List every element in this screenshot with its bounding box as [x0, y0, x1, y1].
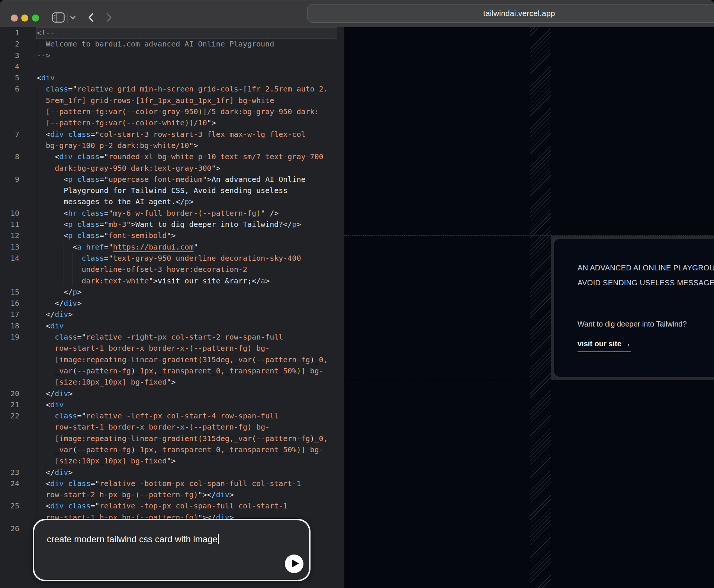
line-number: 19 — [0, 331, 19, 343]
line-number: 13 — [0, 241, 19, 253]
prompt-input[interactable]: create modern tailwind css card with ima… — [33, 519, 311, 581]
line-number: 26 — [0, 523, 19, 534]
code-line[interactable]: dark:bg-gray-950 dark:text-gray-300"> — [0, 163, 344, 174]
indent-guide — [37, 83, 46, 94]
indent-guide — [37, 444, 46, 455]
code-line[interactable]: 14class="text-gray-950 underline decorat… — [0, 253, 344, 264]
chevron-left-icon — [88, 13, 93, 23]
code-line[interactable]: [size:10px_10px] bg-fixed"> — [0, 455, 344, 466]
code-line[interactable]: 5<div — [0, 72, 344, 83]
code-line[interactable]: [--pattern-fg:var(--color-white)]/10"> — [0, 117, 344, 128]
sidebar-menu-chevron-button[interactable] — [70, 15, 76, 20]
code-line[interactable]: 25<div class="relative -top-px col-span-… — [0, 500, 344, 511]
preview-pane: AN ADVANCED AI ONLINE PLAYGROUND FOR TAI… — [344, 27, 714, 588]
indent-guide — [46, 264, 55, 275]
address-bar[interactable]: tailwindai.vercel.app — [307, 4, 714, 23]
indent-guide — [46, 163, 55, 174]
code-line[interactable]: 16</div> — [0, 298, 344, 309]
code-rows: 1<!--2Welcome to bardui.com advanced AI … — [0, 27, 344, 534]
back-button[interactable] — [87, 13, 95, 23]
line-number — [0, 343, 19, 354]
indent-guide — [37, 388, 46, 399]
code-editor[interactable]: 1<!--2Welcome to bardui.com advanced AI … — [0, 27, 344, 588]
code-line[interactable]: 23</div> — [0, 467, 344, 478]
indent-guide — [73, 264, 81, 275]
code-line[interactable]: [--pattern-fg:var(--color-gray-950)]/5 d… — [0, 106, 344, 117]
code-line[interactable]: Playground for Tailwind CSS, Avoid sendi… — [0, 185, 344, 196]
code-line[interactable]: 1<!-- — [0, 27, 344, 38]
code-line[interactable]: 12<p class="font-semibold"> — [0, 230, 344, 241]
code-line[interactable]: 18<div — [0, 320, 344, 331]
code-line[interactable]: 15</p> — [0, 286, 344, 298]
line-number: 1 — [0, 27, 19, 38]
line-number — [0, 455, 19, 466]
indent-guide — [37, 219, 46, 230]
close-window-button[interactable] — [11, 15, 18, 22]
card-frame: AN ADVANCED AI ONLINE PLAYGROUND FOR TAI… — [551, 236, 714, 380]
indent-guide — [37, 433, 46, 444]
indent-guide — [37, 208, 46, 219]
code-line[interactable]: 2Welcome to bardui.com advanced AI Onlin… — [0, 38, 344, 49]
indent-guide — [46, 208, 55, 219]
code-line[interactable]: 21<div — [0, 399, 344, 410]
code-line[interactable]: 19class="relative -right-px col-start-2 … — [0, 331, 344, 343]
card-heading-line1: AN ADVANCED AI ONLINE PLAYGROUND FOR TAI… — [578, 264, 714, 272]
indent-guide — [37, 399, 46, 410]
code-line[interactable]: [size:10px_10px] bg-fixed"> — [0, 376, 344, 388]
indent-guide — [46, 421, 55, 433]
indent-guide — [55, 253, 64, 264]
sidebar-icon — [52, 12, 65, 24]
code-line[interactable]: _var(--pattern-fg)_1px,_transparent_0,_t… — [0, 444, 344, 455]
card-heading-line2: AVOID SENDING USELESS MESSAGES TO THE AI… — [578, 279, 714, 287]
indent-guide — [55, 185, 64, 196]
code-line[interactable]: 5rem_1fr] grid-rows-[1fr_1px_auto_1px_1f… — [0, 95, 344, 106]
indent-guide — [46, 354, 55, 365]
submit-prompt-button[interactable] — [285, 555, 303, 573]
minimize-window-button[interactable] — [21, 15, 28, 22]
browser-toolbar: tailwindai.vercel.app — [0, 0, 714, 27]
indent-guide — [55, 275, 64, 286]
visit-site-link[interactable]: visit our site → — [578, 338, 631, 352]
indent-guide — [37, 455, 46, 466]
code-line[interactable]: 10<hr class="my-6 w-full border-(--patte… — [0, 208, 344, 219]
indent-guide — [73, 253, 81, 264]
sidebar-toggle-button[interactable] — [52, 12, 65, 23]
zoom-window-button[interactable] — [32, 15, 39, 22]
code-line[interactable]: 7<div class="col-start-3 row-start-3 fle… — [0, 129, 344, 140]
code-line[interactable]: 6class="relative grid min-h-screen grid-… — [0, 83, 344, 94]
code-line[interactable]: underline-offset-3 hover:decoration-2 — [0, 264, 344, 275]
indent-guide — [55, 230, 64, 241]
code-line[interactable]: 4 — [0, 61, 344, 72]
code-line[interactable]: bg-gray-100 p-2 dark:bg-white/10"> — [0, 140, 344, 151]
code-line[interactable]: 3--> — [0, 50, 344, 61]
line-number — [0, 376, 19, 388]
forward-button[interactable] — [105, 13, 113, 23]
code-line[interactable]: 13<a href="https://bardui.com" — [0, 241, 344, 253]
code-line[interactable]: 17</div> — [0, 309, 344, 320]
code-line[interactable]: dark:text-white">visit our site &rarr;</… — [0, 275, 344, 286]
code-line[interactable]: 11<p class="mb-3">Want to dig deeper int… — [0, 219, 344, 230]
indent-guide — [37, 106, 46, 117]
indent-guide — [37, 241, 46, 253]
code-line[interactable]: [image:repeating-linear-gradient(315deg,… — [0, 354, 344, 365]
code-line[interactable]: 8<div class="rounded-xl bg-white p-10 te… — [0, 151, 344, 162]
code-line[interactable]: 9<p class="uppercase font-medium">An adv… — [0, 174, 344, 185]
indent-guide — [46, 455, 55, 466]
code-line[interactable]: row-start-1 border-x border-x-(--pattern… — [0, 343, 344, 354]
prompt-text: create modern tailwind css card with ima… — [47, 534, 219, 544]
line-number — [0, 163, 19, 174]
code-line[interactable]: row-start-2 h-px bg-(--pattern-fg)"></di… — [0, 489, 344, 500]
code-line[interactable]: 22class="relative -left-px col-start-4 r… — [0, 410, 344, 421]
line-number: 9 — [0, 174, 19, 185]
code-line[interactable]: [image:repeating-linear-gradient(315deg,… — [0, 433, 344, 444]
code-line[interactable]: 24<div class="relative -bottom-px col-sp… — [0, 478, 344, 489]
indent-guide — [37, 309, 46, 320]
code-line[interactable]: _var(--pattern-fg)_1px,_transparent_0,_t… — [0, 365, 344, 376]
indent-guide — [46, 410, 55, 421]
indent-guide — [37, 343, 46, 354]
code-line[interactable]: row-start-1 border-x border-x-(--pattern… — [0, 421, 344, 433]
indent-guide — [37, 286, 46, 298]
code-line[interactable]: messages to the AI agent.</p> — [0, 196, 344, 207]
line-number: 24 — [0, 478, 19, 489]
code-line[interactable]: 20</div> — [0, 388, 344, 399]
